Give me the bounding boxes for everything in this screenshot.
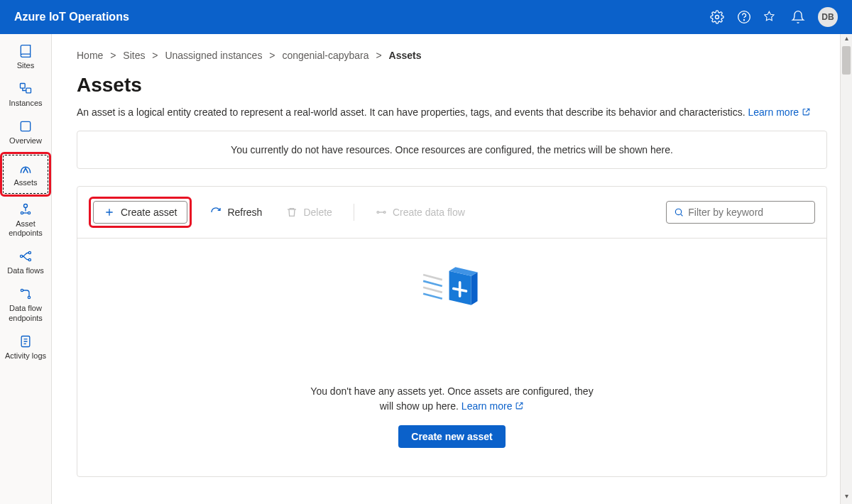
svg-point-12 xyxy=(21,290,23,292)
svg-line-21 xyxy=(423,294,442,299)
svg-point-15 xyxy=(377,212,379,214)
svg-point-10 xyxy=(28,251,31,253)
refresh-button[interactable]: Refresh xyxy=(204,202,268,222)
svg-line-20 xyxy=(423,287,442,292)
flow-icon xyxy=(376,207,387,218)
external-link-icon xyxy=(802,107,811,116)
svg-rect-4 xyxy=(26,88,31,93)
toolbar-divider xyxy=(354,204,354,221)
notifications-icon[interactable] xyxy=(791,10,805,24)
svg-point-13 xyxy=(28,297,30,299)
sidebar-item-label: Instances xyxy=(9,99,42,108)
sidebar-item-data-flow-endpoints[interactable]: Data flow endpoints xyxy=(4,281,48,328)
instances-icon xyxy=(18,82,33,96)
feedback-icon[interactable] xyxy=(764,10,778,24)
scroll-up-arrow[interactable]: ▴ xyxy=(841,34,852,46)
empty-state: You don't have any assets yet. Once asse… xyxy=(77,239,826,476)
asset-endpoint-icon xyxy=(18,202,33,217)
empty-learn-more-link[interactable]: Learn more xyxy=(462,400,524,412)
create-asset-button[interactable]: Create asset xyxy=(93,201,187,224)
settings-icon[interactable] xyxy=(710,10,724,24)
sidebar-item-label: Asset endpoints xyxy=(4,219,48,238)
sidebar-item-label: Activity logs xyxy=(5,351,46,361)
sidebar-item-overview[interactable]: Overview xyxy=(4,114,48,151)
breadcrumb-unassigned[interactable]: Unassigned instances xyxy=(165,50,262,61)
breadcrumb-current: Assets xyxy=(389,50,422,61)
assets-panel: Create asset Refresh Delete Create xyxy=(77,186,827,477)
svg-line-19 xyxy=(423,281,442,286)
page-title: Assets xyxy=(77,74,827,97)
no-resources-info: You currently do not have resources. Onc… xyxy=(77,131,827,169)
svg-point-8 xyxy=(28,212,30,214)
sidebar-item-activity-logs[interactable]: Activity logs xyxy=(4,329,48,366)
dataflow-endpoint-icon xyxy=(18,287,33,301)
page-description: An asset is a logical entity created to … xyxy=(77,106,827,118)
asset-icon xyxy=(18,161,33,175)
svg-line-18 xyxy=(423,275,442,280)
sidebar: Sites Instances Overview Assets Asset en… xyxy=(0,34,52,504)
filter-box[interactable] xyxy=(666,201,815,224)
user-avatar[interactable]: DB xyxy=(818,7,838,27)
overview-icon xyxy=(18,119,33,133)
sidebar-item-data-flows[interactable]: Data flows xyxy=(4,243,48,281)
svg-point-6 xyxy=(24,204,28,207)
dataflow-icon xyxy=(18,249,33,263)
sidebar-item-label: Overview xyxy=(9,136,42,146)
empty-state-text: You don't have any assets yet. Once asse… xyxy=(303,384,601,414)
filter-input[interactable] xyxy=(688,207,807,218)
search-icon xyxy=(674,207,684,218)
highlight-create-asset: Create asset xyxy=(89,197,192,228)
svg-point-9 xyxy=(21,255,23,257)
main-content: Home > Sites > Unassigned instances > co… xyxy=(52,34,852,504)
top-bar: Azure IoT Operations DB xyxy=(0,0,852,34)
svg-point-0 xyxy=(716,16,719,19)
vertical-scrollbar[interactable]: ▴ ▾ xyxy=(840,34,852,504)
sidebar-item-asset-endpoints[interactable]: Asset endpoints xyxy=(4,197,48,243)
svg-point-16 xyxy=(383,212,386,214)
svg-point-11 xyxy=(28,258,31,261)
sidebar-item-label: Assets xyxy=(13,178,37,187)
scroll-down-arrow[interactable]: ▾ xyxy=(841,492,852,504)
create-dataflow-button: Create data flow xyxy=(370,202,471,222)
activitylog-icon xyxy=(18,334,33,349)
assets-toolbar: Create asset Refresh Delete Create xyxy=(77,187,826,239)
sidebar-item-label: Data flow endpoints xyxy=(4,304,48,322)
delete-icon xyxy=(286,207,297,218)
breadcrumb-instance[interactable]: congenial-capybara xyxy=(282,50,368,61)
sidebar-item-assets[interactable]: Assets xyxy=(4,155,48,193)
svg-rect-3 xyxy=(21,84,26,89)
learn-more-link[interactable]: Learn more xyxy=(748,106,811,118)
sidebar-item-instances[interactable]: Instances xyxy=(4,76,48,114)
highlight-assets-nav: Assets xyxy=(0,152,51,197)
breadcrumb-home[interactable]: Home xyxy=(77,50,103,61)
scrollbar-thumb[interactable] xyxy=(842,46,851,75)
help-icon[interactable] xyxy=(737,10,751,24)
svg-point-17 xyxy=(675,209,681,214)
sidebar-item-label: Sites xyxy=(17,61,34,70)
create-new-asset-button[interactable]: Create new asset xyxy=(398,425,505,448)
svg-rect-5 xyxy=(21,122,30,131)
svg-marker-23 xyxy=(471,272,477,305)
external-link-icon xyxy=(515,401,524,410)
breadcrumb: Home > Sites > Unassigned instances > co… xyxy=(77,50,827,61)
svg-point-7 xyxy=(21,212,23,214)
plus-icon xyxy=(104,207,115,218)
sidebar-item-sites[interactable]: Sites xyxy=(4,38,48,76)
empty-illustration xyxy=(420,263,484,320)
topbar-actions: DB xyxy=(710,7,838,27)
refresh-icon xyxy=(210,207,222,218)
book-icon xyxy=(18,44,33,58)
breadcrumb-sites[interactable]: Sites xyxy=(123,50,145,61)
brand-title: Azure IoT Operations xyxy=(14,11,129,23)
svg-point-2 xyxy=(744,20,745,21)
sidebar-item-label: Data flows xyxy=(7,266,43,275)
delete-button: Delete xyxy=(280,202,337,222)
